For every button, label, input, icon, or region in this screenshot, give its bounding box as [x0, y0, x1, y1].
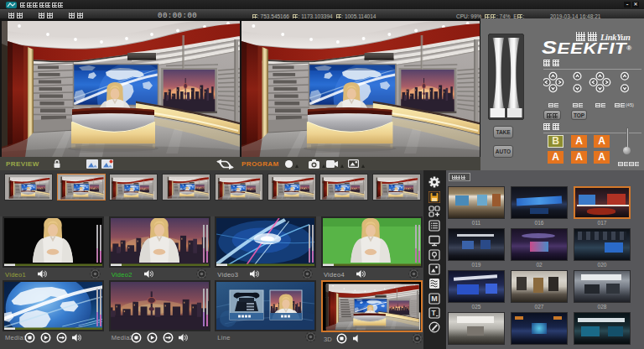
svg-text:M: M — [431, 294, 438, 303]
svg-text:T: T — [431, 309, 436, 317]
